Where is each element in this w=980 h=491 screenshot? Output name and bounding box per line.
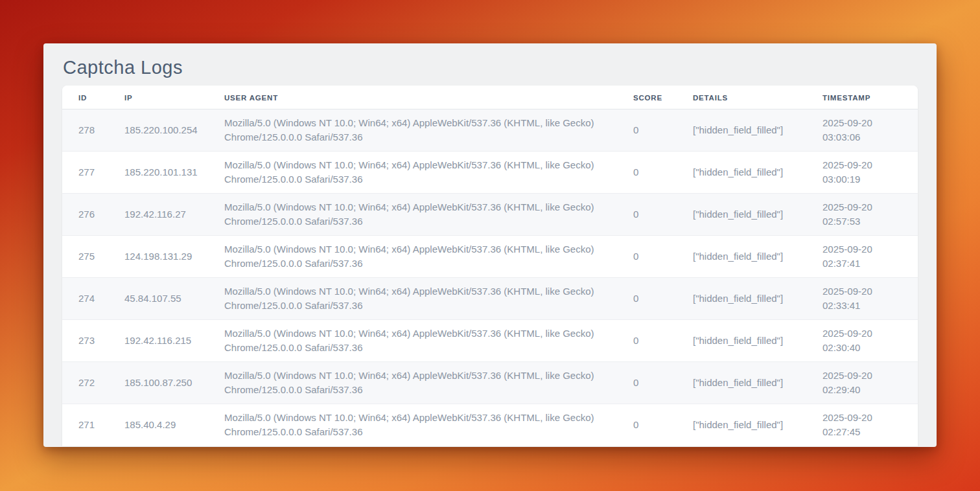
cell-ip: 185.220.100.254	[108, 109, 208, 152]
cell-timestamp: 2025-09-20 03:03:06	[806, 109, 918, 152]
table-row: 275 124.198.131.29 Mozilla/5.0 (Windows …	[62, 236, 918, 278]
cell-score: 0	[617, 320, 677, 362]
cell-details: ["hidden_field_filled"]	[677, 362, 806, 404]
table-row: 276 192.42.116.27 Mozilla/5.0 (Windows N…	[62, 194, 918, 236]
table-row: 272 185.100.87.250 Mozilla/5.0 (Windows …	[62, 362, 918, 404]
cell-timestamp: 2025-09-20 02:29:40	[806, 362, 918, 404]
cell-ip: 185.40.4.29	[108, 404, 208, 446]
cell-ip: 185.220.101.131	[108, 152, 208, 194]
cell-user-agent: Mozilla/5.0 (Windows NT 10.0; Win64; x64…	[208, 194, 617, 236]
cell-details: ["hidden_field_filled"]	[677, 236, 806, 278]
column-header-ip: IP	[108, 86, 208, 109]
cell-id: 276	[62, 194, 108, 236]
table-row: 271 185.40.4.29 Mozilla/5.0 (Windows NT …	[62, 404, 918, 446]
column-header-details: DETAILS	[677, 86, 806, 109]
column-header-score: SCORE	[617, 86, 677, 109]
table-body: 278 185.220.100.254 Mozilla/5.0 (Windows…	[62, 109, 918, 446]
column-header-id: ID	[62, 86, 108, 109]
cell-details: ["hidden_field_filled"]	[677, 404, 806, 446]
cell-score: 0	[617, 362, 677, 404]
cell-id: 275	[62, 236, 108, 278]
cell-user-agent: Mozilla/5.0 (Windows NT 10.0; Win64; x64…	[208, 320, 617, 362]
cell-timestamp: 2025-09-20 02:30:40	[806, 320, 918, 362]
cell-id: 272	[62, 362, 108, 404]
page-title: Captcha Logs	[63, 56, 918, 79]
table-header-row: ID IP USER AGENT SCORE DETAILS TIMESTAMP	[62, 86, 918, 109]
timestamp-text: 2025-09-20 03:03:06	[822, 116, 894, 144]
cell-user-agent: Mozilla/5.0 (Windows NT 10.0; Win64; x64…	[208, 109, 617, 152]
cell-timestamp: 2025-09-20 02:33:41	[806, 278, 918, 320]
cell-ip: 45.84.107.55	[108, 278, 208, 320]
column-header-user-agent: USER AGENT	[208, 86, 617, 109]
cell-timestamp: 2025-09-20 03:00:19	[806, 152, 918, 194]
cell-user-agent: Mozilla/5.0 (Windows NT 10.0; Win64; x64…	[208, 362, 617, 404]
timestamp-text: 2025-09-20 03:00:19	[822, 158, 894, 187]
cell-user-agent: Mozilla/5.0 (Windows NT 10.0; Win64; x64…	[208, 152, 617, 194]
cell-id: 274	[62, 278, 108, 320]
cell-user-agent: Mozilla/5.0 (Windows NT 10.0; Win64; x64…	[208, 236, 617, 278]
cell-id: 271	[62, 404, 108, 446]
cell-id: 277	[62, 152, 108, 194]
table-row: 274 45.84.107.55 Mozilla/5.0 (Windows NT…	[62, 278, 918, 320]
cell-score: 0	[617, 109, 677, 152]
cell-timestamp: 2025-09-20 02:37:41	[806, 236, 918, 278]
cell-user-agent: Mozilla/5.0 (Windows NT 10.0; Win64; x64…	[208, 404, 617, 446]
cell-details: ["hidden_field_filled"]	[677, 152, 806, 194]
column-header-timestamp: TIMESTAMP	[806, 86, 918, 109]
captcha-logs-card: Captcha Logs ID IP USER AGENT SCORE DETA…	[43, 43, 937, 447]
cell-score: 0	[617, 404, 677, 446]
cell-details: ["hidden_field_filled"]	[677, 109, 806, 152]
cell-id: 278	[62, 109, 108, 152]
timestamp-text: 2025-09-20 02:37:41	[822, 242, 894, 271]
timestamp-text: 2025-09-20 02:57:53	[822, 200, 894, 229]
cell-timestamp: 2025-09-20 02:27:45	[806, 404, 918, 446]
cell-user-agent: Mozilla/5.0 (Windows NT 10.0; Win64; x64…	[208, 278, 617, 320]
table-row: 273 192.42.116.215 Mozilla/5.0 (Windows …	[62, 320, 918, 362]
table-row: 278 185.220.100.254 Mozilla/5.0 (Windows…	[62, 109, 918, 152]
cell-ip: 185.100.87.250	[108, 362, 208, 404]
cell-ip: 124.198.131.29	[108, 236, 208, 278]
timestamp-text: 2025-09-20 02:27:45	[822, 411, 894, 439]
cell-ip: 192.42.116.27	[108, 194, 208, 236]
cell-score: 0	[617, 152, 677, 194]
cell-score: 0	[617, 194, 677, 236]
timestamp-text: 2025-09-20 02:29:40	[822, 369, 894, 397]
captcha-logs-table: ID IP USER AGENT SCORE DETAILS TIMESTAMP…	[62, 86, 918, 446]
cell-score: 0	[617, 278, 677, 320]
cell-score: 0	[617, 236, 677, 278]
cell-details: ["hidden_field_filled"]	[677, 278, 806, 320]
cell-id: 273	[62, 320, 108, 362]
timestamp-text: 2025-09-20 02:30:40	[822, 326, 894, 355]
cell-details: ["hidden_field_filled"]	[677, 194, 806, 236]
logs-table: ID IP USER AGENT SCORE DETAILS TIMESTAMP…	[62, 86, 918, 446]
cell-details: ["hidden_field_filled"]	[677, 320, 806, 362]
timestamp-text: 2025-09-20 02:33:41	[822, 284, 894, 313]
table-row: 277 185.220.101.131 Mozilla/5.0 (Windows…	[62, 152, 918, 194]
cell-ip: 192.42.116.215	[108, 320, 208, 362]
cell-timestamp: 2025-09-20 02:57:53	[806, 194, 918, 236]
